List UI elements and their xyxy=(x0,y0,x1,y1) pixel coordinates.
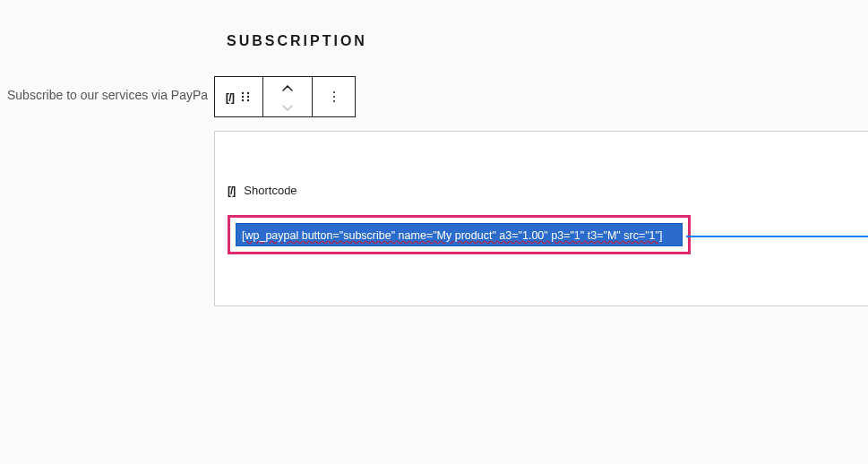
move-buttons[interactable] xyxy=(263,76,313,117)
selection-guide-line xyxy=(686,236,868,237)
more-options-button[interactable] xyxy=(313,76,356,117)
svg-point-1 xyxy=(247,92,249,94)
block-toolbar: [/] xyxy=(214,76,356,117)
page-title: SUBSCRIPTION xyxy=(227,33,367,49)
highlight-annotation: [wp_paypal button="subscribe" name="My p… xyxy=(228,215,691,254)
svg-point-3 xyxy=(247,96,249,98)
chevron-down-icon[interactable] xyxy=(282,99,293,115)
chevron-up-icon[interactable] xyxy=(282,79,293,95)
shortcode-block[interactable]: [/] Shortcode [wp_paypal button="subscri… xyxy=(214,131,868,306)
block-label-row: [/] Shortcode xyxy=(228,184,855,197)
block-label: Shortcode xyxy=(244,184,296,197)
shortcode-icon: [/] xyxy=(228,185,235,197)
shortcode-icon: [/] xyxy=(226,90,234,104)
svg-point-5 xyxy=(247,99,249,101)
svg-point-0 xyxy=(242,92,244,94)
page-subtitle: Subscribe to our services via PayPa xyxy=(7,88,208,102)
shortcode-value[interactable]: [wp_paypal button="subscribe" name="My p… xyxy=(242,229,662,242)
drag-handle-icon[interactable] xyxy=(239,90,252,103)
more-vertical-icon xyxy=(333,91,335,102)
svg-point-2 xyxy=(242,96,244,98)
block-type-button[interactable]: [/] xyxy=(214,76,263,117)
svg-point-4 xyxy=(242,99,244,101)
shortcode-input[interactable]: [wp_paypal button="subscribe" name="My p… xyxy=(236,223,683,246)
